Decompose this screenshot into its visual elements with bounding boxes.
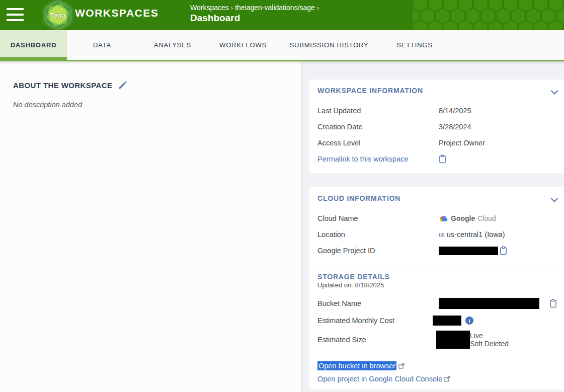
chevron-down-icon[interactable] bbox=[551, 88, 558, 97]
hexagon-pattern-decoration bbox=[413, 0, 564, 30]
breadcrumb-separator: › bbox=[315, 4, 321, 12]
open-cloud-console-link[interactable]: Open project in Google Cloud Console bbox=[317, 375, 442, 383]
region-flag-text: us bbox=[439, 231, 445, 238]
workspace-tabbar: DASHBOARD DATA ANALYSES WORKFLOWS SUBMIS… bbox=[0, 30, 564, 61]
size-live-label: Live bbox=[470, 332, 509, 340]
info-panel: WORKSPACE INFORMATION Last Updated 8/14/… bbox=[302, 61, 564, 392]
page-title: Dashboard bbox=[190, 13, 321, 24]
terra-logo-text: Terra bbox=[44, 2, 71, 29]
breadcrumb-separator: › bbox=[229, 4, 235, 12]
clipboard-icon[interactable] bbox=[500, 246, 507, 255]
breadcrumb-workspaces-link[interactable]: Workspaces bbox=[190, 4, 229, 12]
redacted-size bbox=[436, 331, 470, 349]
cloud-information-title: CLOUD INFORMATION bbox=[317, 194, 557, 202]
clipboard-icon[interactable] bbox=[439, 154, 446, 164]
info-value: 8/14/2025 bbox=[439, 107, 557, 115]
breadcrumb: Workspaces›theiagen-validations/sage› Da… bbox=[190, 4, 321, 24]
cloud-name-row: Cloud Name Google bbox=[317, 210, 557, 226]
open-bucket-link[interactable]: Open bucket in browser bbox=[317, 361, 396, 370]
location-value: us-central1 (Iowa) bbox=[447, 230, 505, 239]
section-divider bbox=[317, 265, 557, 265]
monthly-cost-row: Estimated Monthly Cost i bbox=[317, 312, 557, 329]
info-label: Creation Date bbox=[317, 123, 439, 131]
estimated-size-row: Estimated Size Live Soft Deleted bbox=[317, 329, 557, 350]
about-panel: ABOUT THE WORKSPACE No description added bbox=[0, 61, 302, 392]
external-link-icon bbox=[444, 376, 450, 382]
external-link-icon bbox=[398, 363, 405, 369]
chevron-down-icon[interactable] bbox=[551, 195, 558, 204]
clipboard-icon[interactable] bbox=[549, 299, 557, 308]
permalink-row: Permalink to this workspace bbox=[317, 151, 557, 167]
storage-details-title: STORAGE DETAILS bbox=[317, 273, 557, 281]
about-title: ABOUT THE WORKSPACE bbox=[13, 81, 112, 90]
redacted-project-id bbox=[439, 247, 498, 255]
info-label: Google Project ID bbox=[317, 247, 439, 255]
cloud-information-card: CLOUD INFORMATION Cloud Name bbox=[309, 187, 564, 389]
app-title: WORKSPACES bbox=[75, 7, 158, 19]
tab-data[interactable]: DATA bbox=[67, 30, 137, 60]
info-row: Creation Date 3/28/2024 bbox=[317, 119, 557, 135]
no-description-text: No description added bbox=[13, 101, 288, 109]
size-soft-deleted-label: Soft Deleted bbox=[470, 340, 509, 348]
redacted-bucket-name bbox=[439, 298, 539, 309]
info-label: Bucket Name bbox=[317, 299, 439, 307]
info-icon[interactable]: i bbox=[465, 317, 473, 325]
workspace-information-title: WORKSPACE INFORMATION bbox=[317, 87, 557, 95]
info-row: Access Level Project Owner bbox=[317, 135, 557, 151]
info-row: Last Updated 8/14/2025 bbox=[317, 103, 557, 119]
info-value: 3/28/2024 bbox=[439, 123, 557, 131]
app-header: Terra WORKSPACES Workspaces›theiagen-val… bbox=[0, 0, 564, 30]
tab-dashboard[interactable]: DASHBOARD bbox=[0, 30, 67, 60]
info-label: Cloud Name bbox=[317, 214, 439, 222]
tab-analyses[interactable]: ANALYSES bbox=[137, 30, 208, 60]
google-cloud-logo: Google Cloud bbox=[439, 214, 557, 222]
breadcrumb-workspace-link[interactable]: theiagen-validations/sage bbox=[235, 4, 315, 12]
permalink-link[interactable]: Permalink to this workspace bbox=[317, 155, 439, 163]
tab-workflows[interactable]: WORKFLOWS bbox=[208, 30, 278, 60]
terra-logo[interactable]: Terra bbox=[44, 2, 71, 29]
info-value: Project Owner bbox=[439, 139, 557, 147]
redacted-monthly-cost bbox=[433, 316, 461, 326]
info-label: Location bbox=[317, 230, 439, 239]
info-label: Estimated Monthly Cost bbox=[317, 317, 439, 325]
storage-updated-on: Updated on: 8/18/2025 bbox=[317, 281, 557, 289]
pencil-icon[interactable] bbox=[118, 81, 127, 90]
menu-icon[interactable] bbox=[7, 8, 24, 25]
bucket-name-row: Bucket Name bbox=[317, 295, 557, 312]
tab-settings[interactable]: SETTINGS bbox=[380, 30, 449, 60]
info-label: Estimated Size bbox=[317, 336, 439, 344]
google-cloud-icon bbox=[439, 215, 448, 222]
location-row: Location us us-central1 (Iowa) bbox=[317, 226, 557, 243]
tab-submission-history[interactable]: SUBMISSION HISTORY bbox=[278, 30, 380, 60]
google-cloud-label: Google bbox=[451, 214, 475, 222]
info-label: Last Updated bbox=[317, 107, 439, 115]
main-content: ABOUT THE WORKSPACE No description added… bbox=[0, 61, 564, 392]
project-id-row: Google Project ID bbox=[317, 243, 557, 259]
info-label: Access Level bbox=[317, 139, 439, 147]
workspace-information-card: WORKSPACE INFORMATION Last Updated 8/14/… bbox=[309, 80, 564, 173]
